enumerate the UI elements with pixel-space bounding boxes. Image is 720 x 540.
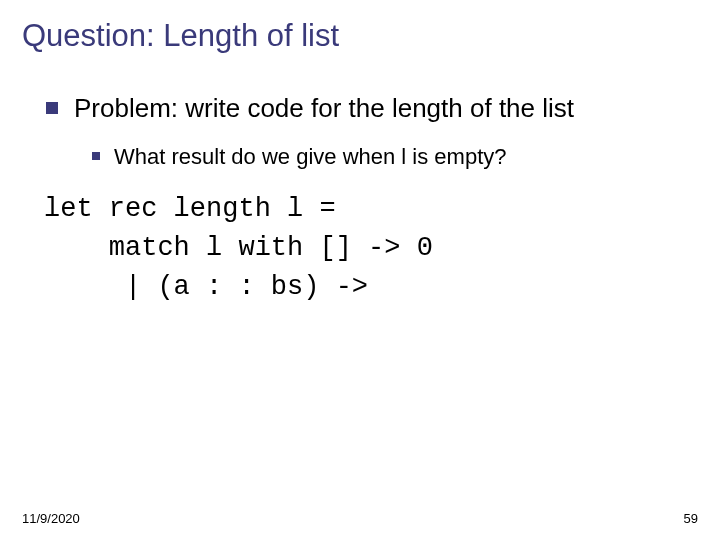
square-bullet-icon xyxy=(92,152,100,160)
footer-date: 11/9/2020 xyxy=(22,511,80,526)
footer-page-number: 59 xyxy=(684,511,698,526)
code-line-1: let rec length l = xyxy=(44,190,698,229)
slide-footer: 11/9/2020 59 xyxy=(22,511,698,526)
square-bullet-icon xyxy=(46,102,58,114)
bullet-level-1-text: Problem: write code for the length of th… xyxy=(74,92,574,125)
code-block: let rec length l = match l with [] -> 0 … xyxy=(44,190,698,307)
bullet-level-2-text: What result do we give when l is empty? xyxy=(114,143,507,171)
code-line-3: | (a : : bs) -> xyxy=(44,268,698,307)
bullet-level-1: Problem: write code for the length of th… xyxy=(46,92,698,125)
slide-container: Question: Length of list Problem: write … xyxy=(0,0,720,540)
code-line-2: match l with [] -> 0 xyxy=(44,229,698,268)
slide-title: Question: Length of list xyxy=(22,18,698,54)
bullet-level-2: What result do we give when l is empty? xyxy=(92,143,698,171)
